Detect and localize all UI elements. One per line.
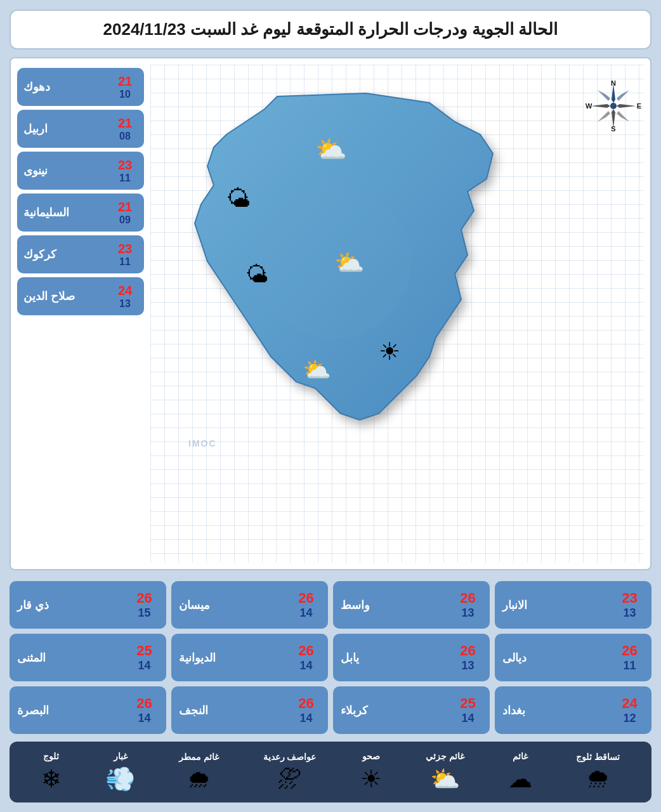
city-card-right-5: 24 13 صلاح الدين: [17, 277, 144, 315]
legend-item-6: غبار 💨: [105, 751, 135, 793]
city-name-5: صلاح الدين: [23, 289, 75, 303]
temp-high-3: 21: [118, 200, 132, 214]
weather-icon-northwest: 🌤: [226, 185, 251, 213]
compass-south-label: S: [611, 125, 615, 133]
bottom-temp-low-5: 13: [461, 659, 474, 672]
compass-north-label: N: [611, 79, 616, 87]
legend-icon-1: ☁: [508, 765, 532, 793]
bottom-temp-low-7: 14: [138, 659, 150, 672]
city-temps-3: 21 09: [112, 200, 138, 226]
svg-point-10: [610, 103, 617, 109]
bottom-temp-high-9: 25: [460, 695, 475, 712]
bottom-temp-high-0: 23: [622, 590, 637, 606]
city-card-bottom-6: 26 14 الديوانية: [171, 634, 328, 681]
bottom-city-name-10: النجف: [179, 704, 208, 717]
legend-box: تساقط ثلوج 🌨 غائم ☁ غائم جزئي ⛅ صحو ☀ عو…: [10, 742, 651, 802]
city-card-right-2: 23 11 نينوى: [17, 152, 144, 190]
legend-label-0: تساقط ثلوج: [576, 752, 620, 762]
legend-label-1: غائم: [513, 751, 528, 761]
bottom-temp-low-1: 13: [461, 606, 474, 620]
legend-label-4: عواصف رعدية: [263, 752, 317, 762]
compass-east-label: E: [637, 102, 641, 110]
city-card-right-3: 21 09 السليمانية: [17, 193, 144, 232]
city-card-bottom-3: 26 15 ذي قار: [10, 581, 166, 629]
legend-item-3: صحو ☀: [360, 751, 382, 793]
city-temps-4: 23 11: [112, 242, 138, 268]
bottom-city-temps-5: 26 13: [454, 643, 482, 672]
weather-icon-center1: ⛅: [334, 249, 364, 277]
bottom-city-temps-10: 26 14: [292, 695, 320, 725]
temp-low-0: 10: [119, 89, 131, 100]
city-card-right-0: 21 10 دهوك: [17, 68, 144, 106]
city-card-bottom-8: 24 12 بغداد: [495, 686, 651, 734]
bottom-city-name-3: ذي قار: [17, 598, 49, 612]
bottom-temp-low-3: 15: [138, 606, 150, 620]
bottom-temp-high-1: 26: [460, 590, 475, 606]
city-card-bottom-7: 25 14 المثنى: [10, 634, 166, 681]
city-card-right-4: 23 11 كركوك: [17, 235, 144, 273]
bottom-temp-low-6: 14: [299, 659, 312, 672]
temp-low-1: 08: [119, 131, 131, 142]
svg-marker-8: [598, 111, 610, 122]
compass-west-label: W: [586, 102, 592, 110]
svg-marker-4: [591, 104, 610, 108]
city-temps-0: 21 10: [112, 74, 138, 100]
legend-item-2: غائم جزئي ⛅: [426, 751, 464, 793]
bottom-city-temps-1: 26 13: [454, 590, 482, 620]
svg-marker-7: [617, 90, 629, 101]
weather-icon-center2: 🌤: [245, 261, 268, 288]
city-name-2: نينوى: [23, 164, 48, 178]
city-name-1: اربيل: [23, 122, 48, 136]
temp-high-4: 23: [118, 242, 132, 256]
bottom-temp-low-2: 14: [299, 606, 312, 620]
page-wrapper: الحالة الجوية ودرجات الحرارة المتوقعة لي…: [0, 0, 661, 812]
bottom-temp-low-9: 14: [461, 712, 474, 725]
map-area: IMOC ⛅ 🌤 ⛅ 🌤 ☀ ⛅ N S E W: [150, 65, 644, 563]
bottom-city-name-4: ديالى: [502, 651, 527, 665]
bottom-city-name-2: ميسان: [179, 598, 210, 612]
compass-rose: N S E W: [588, 81, 639, 131]
bottom-temp-high-7: 25: [136, 643, 152, 659]
bottom-city-temps-3: 26 15: [130, 590, 159, 620]
main-content: IMOC ⛅ 🌤 ⛅ 🌤 ☀ ⛅ N S E W: [10, 57, 651, 570]
city-card-bottom-0: 23 13 الانبار: [495, 581, 651, 629]
city-card-bottom-5: 26 13 يابل: [333, 634, 490, 681]
legend-item-5: غائم ممطر 🌧: [179, 752, 219, 793]
city-card-bottom-11: 26 14 البصرة: [10, 686, 166, 734]
city-card-bottom-2: 26 14 ميسان: [171, 581, 328, 629]
legend-label-2: غائم جزئي: [426, 751, 464, 761]
bottom-temp-low-4: 11: [623, 659, 636, 672]
page-title: الحالة الجوية ودرجات الحرارة المتوقعة لي…: [103, 20, 558, 39]
bottom-temp-high-8: 24: [622, 695, 637, 712]
bottom-temp-high-5: 26: [460, 643, 475, 659]
legend-label-3: صحو: [362, 751, 380, 761]
bottom-city-temps-2: 26 14: [292, 590, 320, 620]
temp-low-3: 09: [119, 214, 131, 226]
temp-high-5: 24: [118, 284, 132, 298]
city-card-right-1: 21 08 اربيل: [17, 110, 144, 148]
svg-marker-5: [617, 104, 636, 108]
legend-icon-3: ☀: [360, 765, 382, 793]
city-temps-1: 21 08: [112, 116, 138, 142]
legend-label-7: ثلوج: [43, 751, 59, 761]
bottom-temp-low-8: 12: [623, 712, 636, 725]
legend-label-5: غائم ممطر: [179, 752, 219, 762]
svg-marker-9: [617, 111, 629, 122]
temp-high-0: 21: [118, 74, 132, 89]
city-card-bottom-10: 26 14 النجف: [171, 686, 328, 734]
legend-icon-4: ⛈: [277, 766, 301, 793]
city-panels-right: 21 10 دهوك 21 08 اربيل 23 11 نينوى 21 09…: [17, 65, 144, 563]
watermark: IMOC: [188, 438, 217, 449]
city-name-0: دهوك: [23, 80, 50, 94]
city-name-3: السليمانية: [23, 206, 69, 219]
temp-high-2: 23: [118, 158, 132, 173]
svg-marker-6: [598, 90, 610, 101]
bottom-temp-low-10: 14: [299, 712, 312, 725]
legend-icon-7: ❄: [41, 765, 62, 793]
city-name-4: كركوك: [23, 247, 56, 261]
legend-label-6: غبار: [114, 751, 128, 761]
legend-item-1: غائم ☁: [508, 751, 532, 793]
city-card-bottom-1: 26 13 واسط: [333, 581, 490, 629]
bottom-city-name-11: البصرة: [17, 704, 49, 717]
weather-icon-south2: ⛅: [303, 357, 331, 383]
